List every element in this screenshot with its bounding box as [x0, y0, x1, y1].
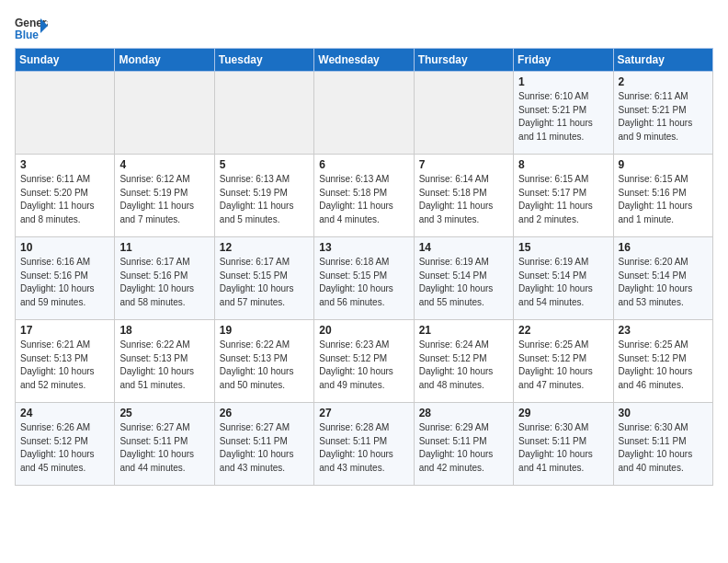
calendar-day-cell: 12 Sunrise: 6:17 AM Sunset: 5:15 PM Dayl… [214, 237, 313, 320]
weekday-header: Monday [115, 49, 214, 72]
sunrise-text: Sunrise: 6:26 AM [20, 422, 90, 432]
weekday-header: Thursday [414, 49, 513, 72]
daylight-text: Daylight: 10 hours and 55 minutes. [419, 283, 494, 307]
calendar-day-cell: 26 Sunrise: 6:27 AM Sunset: 5:11 PM Dayl… [214, 403, 313, 486]
day-info: Sunrise: 6:11 AM Sunset: 5:20 PM Dayligh… [20, 173, 110, 226]
calendar-day-cell: 5 Sunrise: 6:13 AM Sunset: 5:19 PM Dayli… [214, 155, 313, 237]
sunset-text: Sunset: 5:17 PM [518, 188, 586, 198]
calendar-day-cell [314, 72, 414, 155]
sunrise-text: Sunrise: 6:12 AM [119, 174, 189, 184]
sunset-text: Sunset: 5:19 PM [119, 188, 188, 198]
day-number: 24 [20, 407, 110, 419]
weekday-header-row: SundayMondayTuesdayWednesdayThursdayFrid… [16, 49, 713, 72]
calendar-day-cell: 16 Sunrise: 6:20 AM Sunset: 5:14 PM Dayl… [613, 237, 712, 320]
calendar-day-cell [214, 72, 313, 155]
day-number: 21 [419, 324, 509, 337]
calendar-day-cell: 15 Sunrise: 6:19 AM Sunset: 5:14 PM Dayl… [514, 237, 613, 320]
sunset-text: Sunset: 5:11 PM [419, 436, 487, 446]
sunset-text: Sunset: 5:15 PM [319, 270, 387, 281]
sunset-text: Sunset: 5:12 PM [619, 353, 687, 363]
sunrise-text: Sunrise: 6:19 AM [518, 257, 588, 267]
day-info: Sunrise: 6:26 AM Sunset: 5:12 PM Dayligh… [20, 421, 110, 475]
sunrise-text: Sunrise: 6:22 AM [220, 339, 290, 350]
sunrise-text: Sunrise: 6:10 AM [518, 91, 588, 101]
day-number: 26 [220, 407, 310, 419]
logo: General Blue [15, 15, 48, 40]
sunset-text: Sunset: 5:21 PM [619, 105, 687, 115]
day-number: 20 [319, 324, 409, 337]
day-number: 3 [20, 158, 110, 171]
calendar-day-cell: 8 Sunrise: 6:15 AM Sunset: 5:17 PM Dayli… [514, 155, 613, 237]
calendar-day-cell: 28 Sunrise: 6:29 AM Sunset: 5:11 PM Dayl… [414, 403, 513, 486]
day-info: Sunrise: 6:20 AM Sunset: 5:14 PM Dayligh… [619, 256, 709, 309]
day-info: Sunrise: 6:27 AM Sunset: 5:11 PM Dayligh… [119, 421, 210, 475]
day-number: 6 [319, 158, 409, 171]
day-info: Sunrise: 6:15 AM Sunset: 5:17 PM Dayligh… [518, 173, 609, 226]
day-info: Sunrise: 6:24 AM Sunset: 5:12 PM Dayligh… [419, 339, 509, 392]
calendar-day-cell: 29 Sunrise: 6:30 AM Sunset: 5:11 PM Dayl… [514, 403, 613, 486]
weekday-header: Saturday [613, 49, 712, 72]
day-info: Sunrise: 6:30 AM Sunset: 5:11 PM Dayligh… [619, 421, 709, 475]
sunrise-text: Sunrise: 6:29 AM [419, 422, 489, 432]
daylight-text: Daylight: 11 hours and 8 minutes. [20, 201, 95, 224]
daylight-text: Daylight: 10 hours and 46 minutes. [619, 366, 693, 390]
day-info: Sunrise: 6:13 AM Sunset: 5:18 PM Dayligh… [319, 173, 409, 226]
sunset-text: Sunset: 5:13 PM [119, 353, 188, 363]
day-number: 1 [518, 75, 609, 88]
sunset-text: Sunset: 5:11 PM [319, 436, 387, 446]
daylight-text: Daylight: 10 hours and 48 minutes. [419, 366, 494, 390]
sunset-text: Sunset: 5:15 PM [220, 270, 288, 281]
calendar-week-row: 10 Sunrise: 6:16 AM Sunset: 5:16 PM Dayl… [16, 237, 713, 320]
day-info: Sunrise: 6:27 AM Sunset: 5:11 PM Dayligh… [220, 421, 310, 475]
daylight-text: Daylight: 11 hours and 5 minutes. [220, 201, 294, 224]
calendar-day-cell: 18 Sunrise: 6:22 AM Sunset: 5:13 PM Dayl… [115, 320, 214, 403]
day-number: 13 [319, 241, 409, 254]
sunrise-text: Sunrise: 6:21 AM [20, 339, 90, 350]
day-info: Sunrise: 6:17 AM Sunset: 5:15 PM Dayligh… [220, 256, 310, 309]
day-number: 10 [20, 241, 110, 254]
weekday-header: Sunday [16, 49, 115, 72]
day-info: Sunrise: 6:28 AM Sunset: 5:11 PM Dayligh… [319, 421, 409, 475]
day-info: Sunrise: 6:19 AM Sunset: 5:14 PM Dayligh… [419, 256, 509, 309]
calendar-week-row: 17 Sunrise: 6:21 AM Sunset: 5:13 PM Dayl… [16, 320, 713, 403]
sunrise-text: Sunrise: 6:23 AM [319, 339, 389, 350]
daylight-text: Daylight: 10 hours and 56 minutes. [319, 283, 393, 307]
daylight-text: Daylight: 11 hours and 3 minutes. [419, 201, 494, 224]
day-info: Sunrise: 6:18 AM Sunset: 5:15 PM Dayligh… [319, 256, 409, 309]
day-number: 7 [419, 158, 509, 171]
sunrise-text: Sunrise: 6:24 AM [419, 339, 489, 350]
sunrise-text: Sunrise: 6:15 AM [518, 174, 588, 184]
daylight-text: Daylight: 10 hours and 45 minutes. [20, 449, 95, 473]
day-number: 30 [619, 407, 709, 419]
daylight-text: Daylight: 10 hours and 58 minutes. [119, 283, 194, 307]
sunrise-text: Sunrise: 6:19 AM [419, 257, 489, 267]
svg-text:Blue: Blue [15, 29, 39, 40]
day-info: Sunrise: 6:22 AM Sunset: 5:13 PM Dayligh… [119, 339, 210, 392]
sunset-text: Sunset: 5:21 PM [518, 105, 586, 115]
day-info: Sunrise: 6:14 AM Sunset: 5:18 PM Dayligh… [419, 173, 509, 226]
header: General Blue [15, 15, 713, 40]
day-info: Sunrise: 6:25 AM Sunset: 5:12 PM Dayligh… [518, 339, 609, 392]
sunset-text: Sunset: 5:16 PM [619, 188, 687, 198]
weekday-header: Wednesday [314, 49, 414, 72]
daylight-text: Daylight: 10 hours and 50 minutes. [220, 366, 294, 390]
day-info: Sunrise: 6:21 AM Sunset: 5:13 PM Dayligh… [20, 339, 110, 392]
calendar-day-cell [414, 72, 513, 155]
sunset-text: Sunset: 5:12 PM [319, 353, 387, 363]
sunset-text: Sunset: 5:16 PM [119, 270, 188, 281]
sunrise-text: Sunrise: 6:13 AM [319, 174, 389, 184]
calendar-day-cell: 2 Sunrise: 6:11 AM Sunset: 5:21 PM Dayli… [613, 72, 712, 155]
calendar-day-cell: 17 Sunrise: 6:21 AM Sunset: 5:13 PM Dayl… [16, 320, 115, 403]
sunset-text: Sunset: 5:11 PM [619, 436, 687, 446]
sunrise-text: Sunrise: 6:27 AM [220, 422, 290, 432]
calendar-day-cell [115, 72, 214, 155]
sunrise-text: Sunrise: 6:13 AM [220, 174, 290, 184]
sunset-text: Sunset: 5:20 PM [20, 188, 88, 198]
calendar-week-row: 24 Sunrise: 6:26 AM Sunset: 5:12 PM Dayl… [16, 403, 713, 486]
daylight-text: Daylight: 10 hours and 57 minutes. [220, 283, 294, 307]
day-number: 17 [20, 324, 110, 337]
day-number: 4 [119, 158, 210, 171]
day-info: Sunrise: 6:11 AM Sunset: 5:21 PM Dayligh… [619, 90, 709, 144]
calendar-day-cell: 22 Sunrise: 6:25 AM Sunset: 5:12 PM Dayl… [514, 320, 613, 403]
sunrise-text: Sunrise: 6:15 AM [619, 174, 688, 184]
